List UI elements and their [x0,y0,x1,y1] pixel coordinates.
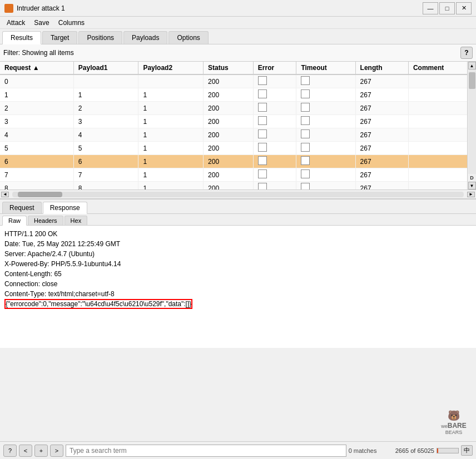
error-checkbox[interactable] [258,116,267,125]
cell-comment [408,168,475,182]
filter-help-button[interactable]: ? [460,47,473,59]
title-bar: Intruder attack 1 — □ ✕ [0,0,476,17]
timeout-checkbox[interactable] [301,183,310,189]
cell-payload2: 1 [138,182,204,190]
bottom-bar: ? < + > 0 matches 2665 of 65025 中 [0,441,476,459]
error-checkbox[interactable] [258,103,267,112]
cell-timeout [296,102,355,115]
timeout-checkbox[interactable] [301,169,310,178]
h-scroll-track [12,192,464,197]
prev-button[interactable]: < [19,445,32,457]
table-row[interactable]: 1 1 1 200 267 [0,88,476,102]
cell-status: 200 [204,182,254,190]
tab-results[interactable]: Results [2,31,41,44]
error-checkbox[interactable] [258,129,267,138]
table-row[interactable]: 3 3 1 200 267 [0,115,476,128]
search-input[interactable] [66,445,346,457]
cell-request: 4 [0,128,73,142]
col-timeout[interactable]: Timeout [296,62,355,74]
scroll-right-btn[interactable]: ► [467,192,475,197]
error-checkbox[interactable] [258,143,267,152]
menu-save[interactable]: Save [29,18,53,28]
cell-payload1: 5 [73,142,138,155]
tab-positions[interactable]: Positions [78,31,122,44]
cell-request: 0 [0,74,73,88]
cell-payload1: 8 [73,182,138,190]
next-button[interactable]: > [50,445,63,457]
timeout-checkbox[interactable] [301,76,310,85]
horizontal-scrollbar[interactable]: ◄ ► [0,189,476,198]
scroll-up-btn[interactable]: ▲ [468,62,476,69]
scroll-down-btn[interactable]: ▼ [468,182,476,189]
tab-target[interactable]: Target [42,31,77,44]
error-checkbox[interactable] [258,183,267,189]
error-checkbox[interactable] [258,156,267,165]
col-payload1[interactable]: Payload1 [73,62,138,74]
table-row[interactable]: 6 6 1 200 267 [0,155,476,168]
tab-response[interactable]: Response [43,202,87,214]
cell-request: 2 [0,102,73,115]
cell-timeout [296,115,355,128]
error-checkbox[interactable] [258,76,267,85]
match-count: 0 matches [349,447,393,454]
cell-comment [408,102,475,115]
close-button[interactable]: ✕ [456,2,472,14]
timeout-checkbox[interactable] [301,143,310,152]
response-line: Content-Length: 65 [4,269,472,279]
error-checkbox[interactable] [258,169,267,178]
cell-comment [408,88,475,102]
scroll-left-btn[interactable]: ◄ [1,192,9,197]
error-checkbox[interactable] [258,89,267,98]
sub-tab-raw[interactable]: Raw [2,216,27,226]
col-status[interactable]: Status [204,62,254,74]
cell-status: 200 [204,115,254,128]
cell-error [253,74,296,88]
add-button[interactable]: + [34,445,48,457]
language-badge[interactable]: 中 [461,445,473,456]
scroll-track [468,69,476,174]
cell-payload1: 1 [73,88,138,102]
timeout-checkbox[interactable] [301,89,310,98]
req-res-tab-bar: Request Response [0,198,476,214]
table-row[interactable]: 8 8 1 200 267 [0,182,476,190]
tab-options[interactable]: Options [168,31,208,44]
menu-attack[interactable]: Attack [2,18,29,28]
results-table-container[interactable]: Request ▲ Payload1 Payload2 Status Error… [0,62,476,189]
col-comment[interactable]: Comment [408,62,475,74]
help-nav-button[interactable]: ? [3,445,17,457]
cell-request: 1 [0,88,73,102]
table-row[interactable]: 7 7 1 200 267 [0,168,476,182]
timeout-checkbox[interactable] [301,129,310,138]
window-controls: — □ ✕ [423,2,472,14]
response-line: HTTP/1.1 200 OK [4,229,472,239]
col-error[interactable]: Error [253,62,296,74]
sub-tab-hex[interactable]: Hex [65,216,88,225]
h-scroll-thumb[interactable] [18,192,62,197]
table-row[interactable]: 2 2 1 200 267 [0,102,476,115]
cell-request: 6 [0,155,73,168]
response-body[interactable]: HTTP/1.1 200 OKDate: Tue, 25 May 2021 12… [0,226,476,348]
menu-bar: Attack Save Columns [0,17,476,29]
tab-payloads[interactable]: Payloads [123,31,167,44]
scroll-thumb[interactable] [469,72,475,89]
col-request[interactable]: Request ▲ [0,62,73,74]
timeout-checkbox[interactable] [301,116,310,125]
cell-status: 200 [204,74,254,88]
table-row[interactable]: 5 5 1 200 267 [0,142,476,155]
maximize-button[interactable]: □ [439,2,455,14]
table-row[interactable]: 0 200 267 [0,74,476,88]
menu-columns[interactable]: Columns [54,18,89,28]
minimize-button[interactable]: — [423,2,438,14]
watermark: 🐻 weBAREBEARS [432,406,476,439]
sub-tab-headers[interactable]: Headers [28,216,63,225]
response-line: X-Powered-By: PHP/5.5.9-1ubuntu4.14 [4,259,472,269]
tab-request[interactable]: Request [2,202,42,213]
table-row[interactable]: 4 4 1 200 267 [0,128,476,142]
cell-request: 5 [0,142,73,155]
timeout-checkbox[interactable] [301,156,310,165]
timeout-checkbox[interactable] [301,103,310,112]
col-payload2[interactable]: Payload2 [138,62,204,74]
vertical-scrollbar[interactable]: ▲ D ▼ [467,62,476,189]
progress-container: 2665 of 65025 [395,447,459,454]
col-length[interactable]: Length [355,62,408,74]
